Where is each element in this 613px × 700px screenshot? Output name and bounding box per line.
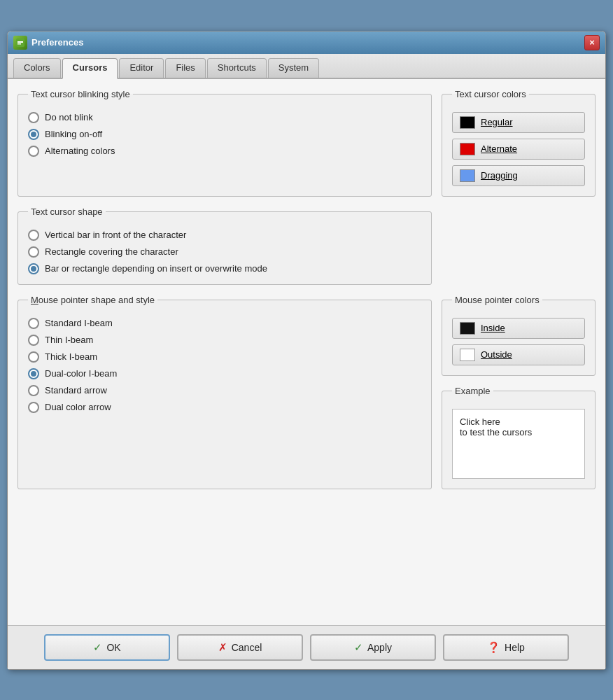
blink-style-legend: Text cursor blinking style xyxy=(28,89,133,99)
mouse-options: Standard I-beam Thin I-beam Thick I-beam… xyxy=(28,318,421,413)
app-icon xyxy=(13,36,27,50)
regular-color-btn[interactable]: Regular xyxy=(452,112,585,133)
help-label: Help xyxy=(505,642,525,653)
mouse-colors-group: Mouse pointer colors Inside Outside xyxy=(442,295,596,376)
ok-icon: ✓ xyxy=(93,641,102,654)
cursor-color-buttons: Regular Alternate Dragging xyxy=(452,112,585,186)
top-section: Text cursor blinking style Do not blink … xyxy=(17,89,596,197)
cancel-button[interactable]: ✗ Cancel xyxy=(177,634,303,661)
content-area: Text cursor blinking style Do not blink … xyxy=(8,79,605,625)
cursor-colors-group: Text cursor colors Regular Alternate Dra… xyxy=(442,89,596,197)
mouse-option-4[interactable]: Standard arrow xyxy=(28,385,421,396)
cursor-shape-legend: Text cursor shape xyxy=(28,206,106,217)
titlebar: Preferences × xyxy=(8,31,605,54)
example-line2: to test the cursors xyxy=(460,427,577,438)
ok-button[interactable]: ✓ OK xyxy=(44,634,170,661)
tab-cursors[interactable]: Cursors xyxy=(62,58,118,79)
mouse-colors-legend: Mouse pointer colors xyxy=(452,295,542,305)
shape-options: Vertical bar in front of the character R… xyxy=(28,230,421,274)
tab-shortcuts[interactable]: Shortcuts xyxy=(207,58,267,78)
help-button[interactable]: ❓ Help xyxy=(443,634,569,661)
apply-button[interactable]: ✓ Apply xyxy=(310,634,436,661)
mouse-option-5[interactable]: Dual color arrow xyxy=(28,402,421,413)
shape-radio-2[interactable] xyxy=(28,263,39,274)
mouse-radio-5[interactable] xyxy=(28,402,39,413)
window-title: Preferences xyxy=(31,37,584,48)
close-button[interactable]: × xyxy=(584,35,600,50)
example-group: Example Click here to test the cursors xyxy=(442,386,596,489)
shape-option-0[interactable]: Vertical bar in front of the character xyxy=(28,230,421,241)
bottom-section: Mouse pointer shape and style Standard I… xyxy=(17,295,596,489)
cursor-shape-group: Text cursor shape Vertical bar in front … xyxy=(17,206,432,285)
blink-option-2[interactable]: Alternating colors xyxy=(28,146,421,157)
mouse-radio-4[interactable] xyxy=(28,385,39,396)
blink-radio-1[interactable] xyxy=(28,129,39,140)
tab-editor[interactable]: Editor xyxy=(119,58,164,78)
shape-radio-0[interactable] xyxy=(28,230,39,241)
mouse-shape-group: Mouse pointer shape and style Standard I… xyxy=(17,295,432,489)
mouse-radio-2[interactable] xyxy=(28,351,39,363)
bottom-bar: ✓ OK ✗ Cancel ✓ Apply ❓ Help xyxy=(8,625,605,669)
mouse-color-buttons: Inside Outside xyxy=(452,318,585,365)
help-icon: ❓ xyxy=(487,641,500,654)
shape-option-2[interactable]: Bar or rectangle depending on insert or … xyxy=(28,263,421,274)
shape-right-spacer xyxy=(442,206,596,285)
blink-radio-0[interactable] xyxy=(28,112,39,123)
cancel-label: Cancel xyxy=(232,642,262,653)
mouse-option-3[interactable]: Dual-color I-beam xyxy=(28,368,421,379)
shape-radio-1[interactable] xyxy=(28,246,39,258)
mouse-shape-legend: Mouse pointer shape and style xyxy=(28,295,157,305)
mouse-radio-1[interactable] xyxy=(28,335,39,346)
apply-label: Apply xyxy=(367,642,392,653)
mouse-option-1[interactable]: Thin I-beam xyxy=(28,335,421,346)
dragging-swatch xyxy=(460,169,475,182)
regular-swatch xyxy=(460,116,475,129)
inside-swatch xyxy=(460,322,475,335)
example-box[interactable]: Click here to test the cursors xyxy=(452,409,585,479)
shape-section: Text cursor shape Vertical bar in front … xyxy=(17,206,596,285)
blink-style-group: Text cursor blinking style Do not blink … xyxy=(17,89,432,197)
svg-rect-1 xyxy=(17,41,23,43)
alternate-color-btn[interactable]: Alternate xyxy=(452,139,585,160)
preferences-window: Preferences × Colors Cursors Editor File… xyxy=(7,31,606,670)
tab-files[interactable]: Files xyxy=(165,58,205,78)
mouse-radio-3[interactable] xyxy=(28,368,39,379)
inside-color-btn[interactable]: Inside xyxy=(452,318,585,339)
mouse-radio-0[interactable] xyxy=(28,318,39,329)
ok-label: OK xyxy=(106,642,120,653)
shape-option-1[interactable]: Rectangle covering the character xyxy=(28,246,421,258)
mouse-option-2[interactable]: Thick I-beam xyxy=(28,351,421,363)
svg-rect-2 xyxy=(17,43,21,45)
blink-radio-2[interactable] xyxy=(28,146,39,157)
outside-color-btn[interactable]: Outside xyxy=(452,344,585,365)
tab-system[interactable]: System xyxy=(268,58,319,78)
alternate-swatch xyxy=(460,143,475,155)
example-line1: Click here xyxy=(460,416,577,427)
tabs-bar: Colors Cursors Editor Files Shortcuts Sy… xyxy=(8,54,605,79)
blink-option-1[interactable]: Blinking on-off xyxy=(28,129,421,140)
blink-options: Do not blink Blinking on-off Alternating… xyxy=(28,112,421,157)
blink-option-0[interactable]: Do not blink xyxy=(28,112,421,123)
tab-colors[interactable]: Colors xyxy=(13,58,61,78)
cancel-icon: ✗ xyxy=(218,641,227,654)
cursor-colors-legend: Text cursor colors xyxy=(452,89,529,99)
dragging-color-btn[interactable]: Dragging xyxy=(452,165,585,186)
example-legend: Example xyxy=(452,386,493,396)
outside-swatch xyxy=(460,349,475,361)
mouse-option-0[interactable]: Standard I-beam xyxy=(28,318,421,329)
apply-icon: ✓ xyxy=(354,641,363,654)
mouse-legend-underline: Mouse pointer shape and style xyxy=(31,295,155,305)
right-panel: Mouse pointer colors Inside Outside Exa xyxy=(442,295,596,489)
